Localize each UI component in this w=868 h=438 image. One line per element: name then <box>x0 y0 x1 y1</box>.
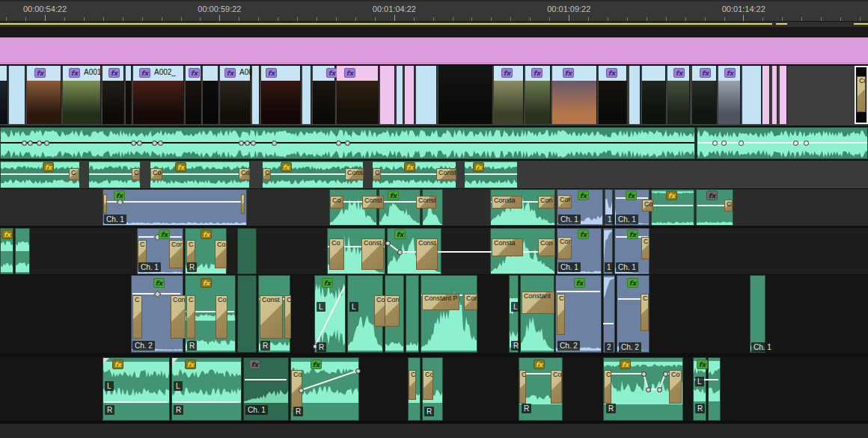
video-clip[interactable] <box>0 66 7 124</box>
video-clip[interactable] <box>772 66 777 124</box>
fx-badge-icon[interactable]: fx <box>109 68 120 78</box>
fx-badge-icon[interactable]: fx <box>153 278 165 288</box>
audio-clip[interactable] <box>406 275 419 353</box>
video-clip[interactable]: fxA001 <box>63 66 101 124</box>
fx-badge-icon[interactable]: fx <box>700 68 711 78</box>
video-clip[interactable] <box>9 66 25 124</box>
keyframe-handle[interactable] <box>131 141 136 146</box>
keyframe-handle[interactable] <box>646 387 651 392</box>
fx-badge-icon[interactable]: fx <box>159 229 170 239</box>
audio-clip[interactable] <box>750 275 765 353</box>
transition-box[interactable]: Con <box>538 196 554 209</box>
fx-badge-icon[interactable]: fx <box>139 68 150 78</box>
video-clip[interactable]: fx <box>552 66 597 124</box>
fx-badge-icon[interactable]: fx <box>473 162 484 172</box>
fx-badge-icon[interactable]: fx <box>666 191 677 200</box>
video-clip[interactable] <box>416 66 437 124</box>
timeline-ruler[interactable]: 00:00:54:2200:00:59:2200:01:04:2200:01:0… <box>0 0 868 22</box>
transition-box[interactable]: Co <box>216 295 227 339</box>
fx-badge-icon[interactable]: fx <box>627 229 638 239</box>
keyframe-handle[interactable] <box>28 141 33 146</box>
transition-box[interactable]: Co <box>669 370 682 404</box>
fx-badge-icon[interactable]: fx <box>606 68 617 78</box>
transition-box[interactable]: Co <box>423 370 433 400</box>
fx-badge-icon[interactable]: fx <box>311 360 322 369</box>
audio-clip[interactable] <box>379 189 421 226</box>
fx-badge-icon[interactable]: fx <box>344 68 355 78</box>
fx-badge-icon[interactable]: fx <box>266 68 277 78</box>
transition-box[interactable] <box>103 194 107 214</box>
transition-box[interactable]: Consta <box>492 238 523 256</box>
fx-badge-icon[interactable]: fx <box>114 191 125 200</box>
video-clip[interactable]: fx <box>525 66 551 124</box>
fx-badge-icon[interactable]: fx <box>175 162 186 172</box>
transition-box[interactable]: C <box>263 168 271 180</box>
audio-clip[interactable] <box>150 161 250 188</box>
transition-box[interactable]: C <box>186 295 195 339</box>
fx-badge-icon[interactable]: fx <box>404 162 415 172</box>
fx-badge-icon[interactable]: fx <box>201 278 212 288</box>
transition-box[interactable]: C <box>409 370 416 400</box>
video-clip[interactable]: fx <box>667 66 690 124</box>
transition-box[interactable]: C <box>69 168 79 180</box>
video-clip[interactable] <box>397 66 403 124</box>
transition-box[interactable]: C <box>132 295 142 339</box>
fx-badge-icon[interactable]: fx <box>1 229 13 239</box>
audio-clip[interactable] <box>520 275 554 353</box>
video-clip[interactable]: fx <box>494 66 524 124</box>
video-clip[interactable]: fx <box>261 66 301 124</box>
transition-box[interactable]: Cons <box>345 168 364 180</box>
transition-box[interactable]: C <box>641 294 649 331</box>
fx-badge-icon[interactable]: fx <box>281 162 292 172</box>
fx-badge-icon[interactable]: fx <box>620 360 631 369</box>
fx-badge-icon[interactable]: fx <box>326 68 337 78</box>
transition-box[interactable]: C <box>641 237 650 259</box>
video-clip[interactable]: fx <box>337 66 379 124</box>
transition-box[interactable]: C <box>132 168 140 180</box>
transition-box[interactable]: Const <box>416 238 438 270</box>
keyframe-handle[interactable] <box>272 141 277 146</box>
keyframe-handle[interactable] <box>793 141 798 146</box>
video-clip[interactable]: fxA00 <box>220 66 251 124</box>
fx-badge-icon[interactable]: fx <box>394 229 406 239</box>
video-clip[interactable] <box>126 66 132 124</box>
transition-box[interactable]: Con <box>538 238 555 256</box>
transition-box[interactable]: C <box>519 370 526 404</box>
fx-badge-icon[interactable]: fx <box>578 229 589 239</box>
keyframe-handle[interactable] <box>44 141 49 146</box>
keyframe-handle[interactable] <box>22 141 27 146</box>
keyframe-handle[interactable] <box>355 368 361 374</box>
transition-box[interactable] <box>241 194 245 214</box>
transition-box[interactable]: C <box>284 295 291 339</box>
transition-box[interactable]: Con <box>557 237 572 259</box>
video-clip[interactable] <box>762 66 770 124</box>
keyframe-handle[interactable] <box>245 141 250 146</box>
transition-box[interactable]: Consta <box>492 196 522 209</box>
keyframe-handle[interactable] <box>152 141 157 146</box>
transition-box[interactable]: Co <box>215 240 227 268</box>
video-clip[interactable]: fx <box>103 66 124 124</box>
transition-box[interactable]: C <box>373 168 381 180</box>
transition-box[interactable]: Co <box>557 294 565 335</box>
fx-badge-icon[interactable]: fx <box>626 191 637 200</box>
transition-box[interactable]: Const <box>362 196 384 209</box>
video-clip[interactable] <box>742 66 762 124</box>
keyframe-handle[interactable] <box>397 250 403 255</box>
transition-box[interactable]: Const <box>416 196 436 209</box>
transition-box[interactable]: Con <box>171 295 186 339</box>
video-clip[interactable] <box>203 66 218 124</box>
keyframe-handle[interactable] <box>37 141 42 146</box>
audio-clip[interactable] <box>15 228 30 274</box>
audio-clip[interactable] <box>708 357 721 421</box>
video-clip[interactable] <box>405 66 415 124</box>
fx-badge-icon[interactable]: fx <box>531 68 542 78</box>
transition-box[interactable]: Co <box>150 168 162 180</box>
fx-badge-icon[interactable]: fx <box>563 68 574 78</box>
keyframe-handle[interactable] <box>251 141 256 146</box>
transition-box[interactable]: Co <box>330 196 343 209</box>
audio-clip[interactable] <box>237 275 257 353</box>
transition-box[interactable]: Constant P <box>422 294 459 310</box>
keyframe-handle[interactable] <box>299 388 304 393</box>
keyframe-handle[interactable] <box>663 371 668 377</box>
fx-badge-icon[interactable]: fx <box>249 360 260 369</box>
